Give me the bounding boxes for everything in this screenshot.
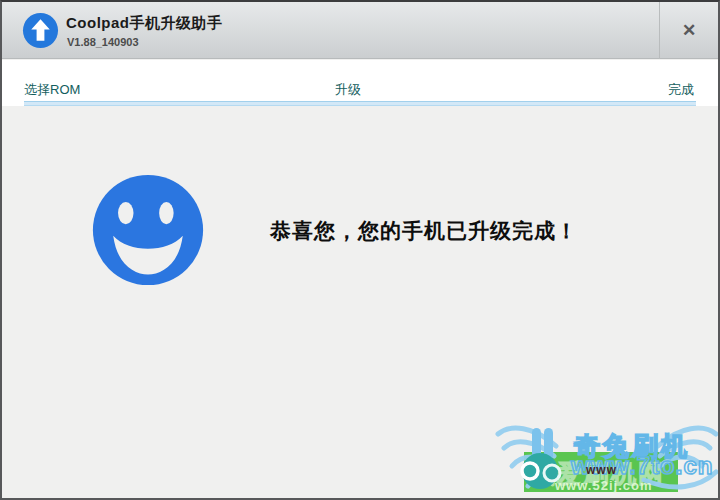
step-upgrade[interactable]: 升级: [335, 81, 361, 99]
watermark-www-overlay: www: [586, 463, 617, 477]
title-bar: Coolpad手机升级助手 V1.88_140903 ✕: [2, 2, 718, 59]
close-icon[interactable]: ✕: [660, 2, 718, 59]
smiley-face-icon: [90, 172, 206, 288]
progress-bar: [24, 101, 696, 106]
app-window: Coolpad手机升级助手 V1.88_140903 ✕ 选择ROM 升级 完成…: [0, 0, 720, 500]
watermark-secondary-url: www.52ij.com: [555, 478, 653, 493]
app-version: V1.88_140903: [67, 36, 139, 48]
step-select-rom[interactable]: 选择ROM: [24, 81, 80, 99]
app-title: Coolpad手机升级助手: [66, 14, 223, 33]
completion-message: 恭喜您，您的手机已升级完成！: [270, 217, 578, 245]
step-nav: 选择ROM 升级 完成: [2, 60, 718, 106]
upload-arrow-app-icon: [22, 12, 59, 49]
step-complete[interactable]: 完成: [668, 81, 694, 99]
